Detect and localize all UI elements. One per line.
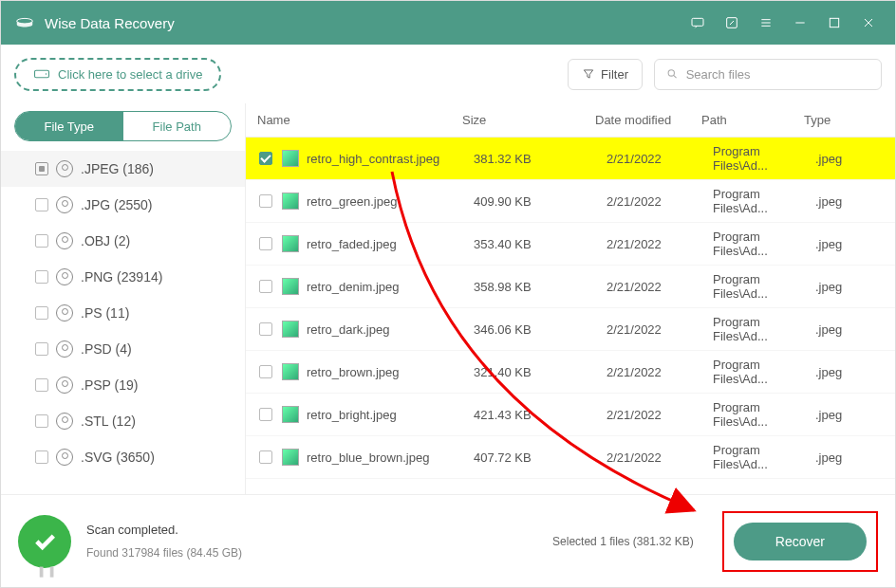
file-date: 2/21/2022	[607, 408, 713, 422]
checkbox[interactable]	[259, 365, 272, 378]
file-type: .jpeg	[815, 408, 895, 422]
file-name: retro_green.jpeg	[307, 194, 474, 209]
file-row[interactable]: retro_green.jpeg 409.90 KB 2/21/2022 Pro…	[246, 180, 895, 223]
search-icon	[666, 67, 679, 81]
title-bar: Wise Data Recovery	[1, 1, 895, 45]
sidebar-type-item[interactable]: .PSD (4)	[1, 331, 245, 367]
scan-summary: Found 317984 files (84.45 GB)	[86, 546, 242, 560]
main-area: File Type File Path .JPEG (186) .JPG (25…	[1, 103, 895, 494]
checkbox[interactable]	[35, 234, 48, 248]
tab-file-path[interactable]: File Path	[123, 112, 232, 140]
file-type: .jpeg	[815, 237, 895, 251]
close-icon[interactable]	[855, 9, 882, 36]
checkbox[interactable]	[35, 306, 48, 320]
type-label: .JPG (2550)	[81, 197, 152, 212]
menu-icon[interactable]	[753, 9, 779, 36]
footer: ❚❚ Scan completed. Found 317984 files (8…	[1, 494, 895, 587]
image-file-icon	[282, 193, 299, 210]
file-path: Program Files\Ad...	[713, 144, 815, 173]
checkbox[interactable]	[259, 152, 272, 165]
file-path: Program Files\Ad...	[713, 187, 815, 215]
svg-point-0	[17, 18, 33, 24]
sidebar-type-item[interactable]: .JPG (2550)	[1, 187, 245, 223]
type-label: .PNG (23914)	[81, 269, 162, 285]
sidebar-type-item[interactable]: .SVG (3650)	[1, 439, 245, 475]
col-header-size[interactable]: Size	[462, 113, 595, 127]
sidebar-type-item[interactable]: .PSP (19)	[1, 367, 245, 403]
checkbox[interactable]	[35, 450, 48, 464]
feedback-icon[interactable]	[684, 9, 711, 36]
type-label: .JPEG (186)	[81, 161, 154, 176]
type-label: .PSP (19)	[81, 377, 138, 393]
sidebar-type-item[interactable]: .OBJ (2)	[1, 223, 245, 259]
filetype-icon	[56, 232, 73, 249]
selection-info: Selected 1 files (381.32 KB)	[552, 535, 694, 548]
scan-status: Scan completed.	[86, 523, 242, 537]
checkbox[interactable]	[35, 342, 48, 356]
filetype-icon	[56, 196, 73, 213]
file-size: 321.40 KB	[474, 365, 607, 379]
col-header-path[interactable]: Path	[701, 113, 804, 127]
sidebar-type-item[interactable]: .JPEG (186)	[1, 151, 245, 187]
type-label: .OBJ (2)	[81, 233, 130, 248]
file-area: Name Size Date modified Path Type retro_…	[246, 103, 895, 494]
type-label: .PS (11)	[81, 305, 129, 321]
file-name: retro_bright.jpeg	[307, 408, 474, 422]
search-box[interactable]	[654, 59, 882, 90]
file-row[interactable]: retro_high_contrast.jpeg 381.32 KB 2/21/…	[246, 138, 895, 180]
sidebar-type-item[interactable]: .STL (12)	[1, 403, 245, 439]
checkbox[interactable]	[259, 237, 272, 250]
filter-icon	[582, 67, 595, 81]
sidebar-tab-toggle: File Type File Path	[14, 111, 232, 141]
sidebar-type-item[interactable]: .PNG (23914)	[1, 259, 245, 295]
checkbox[interactable]	[259, 194, 272, 208]
col-header-type[interactable]: Type	[804, 113, 895, 127]
file-row[interactable]: retro_brown.jpeg 321.40 KB 2/21/2022 Pro…	[246, 351, 895, 394]
file-row[interactable]: retro_blue_brown.jpeg 407.72 KB 2/21/202…	[246, 436, 895, 479]
checkbox[interactable]	[35, 414, 48, 428]
checkbox[interactable]	[35, 162, 48, 175]
col-header-name[interactable]: Name	[246, 113, 462, 127]
checkbox[interactable]	[35, 378, 48, 392]
recover-button[interactable]: Recover	[734, 523, 867, 560]
file-row[interactable]: retro_bright.jpeg 421.43 KB 2/21/2022 Pr…	[246, 394, 895, 436]
checkbox[interactable]	[259, 450, 272, 464]
filter-button[interactable]: Filter	[568, 59, 643, 90]
maximize-icon[interactable]	[821, 9, 848, 36]
checkbox[interactable]	[259, 280, 272, 293]
file-name: retro_brown.jpeg	[307, 365, 474, 379]
file-name: retro_denim.jpeg	[307, 280, 474, 294]
filetype-icon	[56, 449, 73, 466]
filter-label: Filter	[601, 67, 628, 82]
file-size: 421.43 KB	[474, 408, 607, 422]
filetype-icon	[56, 268, 73, 285]
image-file-icon	[282, 278, 299, 295]
image-file-icon	[282, 235, 299, 252]
scan-info: Scan completed. Found 317984 files (84.4…	[86, 523, 242, 560]
col-header-date[interactable]: Date modified	[595, 113, 701, 127]
checkbox[interactable]	[35, 270, 48, 284]
select-drive-button[interactable]: Click here to select a drive	[14, 58, 221, 91]
file-date: 2/21/2022	[607, 280, 713, 294]
select-drive-label: Click here to select a drive	[58, 67, 202, 82]
minimize-icon[interactable]	[787, 9, 813, 36]
file-row[interactable]: retro_denim.jpeg 358.98 KB 2/21/2022 Pro…	[246, 266, 895, 308]
file-table-header: Name Size Date modified Path Type	[246, 103, 895, 138]
tab-file-type[interactable]: File Type	[15, 112, 123, 140]
drive-icon	[33, 67, 50, 81]
file-name: retro_blue_brown.jpeg	[307, 450, 474, 465]
edit-icon[interactable]	[719, 9, 745, 36]
file-path: Program Files\Ad...	[713, 272, 815, 301]
file-date: 2/21/2022	[607, 322, 713, 337]
checkbox[interactable]	[35, 198, 48, 211]
file-row[interactable]: retro_dark.jpeg 346.06 KB 2/21/2022 Prog…	[246, 308, 895, 351]
sidebar-type-item[interactable]: .PS (11)	[1, 295, 245, 331]
type-label: .PSD (4)	[81, 341, 132, 357]
filetype-icon	[56, 340, 73, 358]
file-row[interactable]: retro_faded.jpeg 353.40 KB 2/21/2022 Pro…	[246, 223, 895, 266]
checkbox[interactable]	[259, 408, 272, 421]
search-input[interactable]	[686, 67, 869, 82]
pause-icon[interactable]: ❚❚	[37, 565, 58, 578]
checkbox[interactable]	[259, 322, 272, 336]
image-file-icon	[282, 406, 299, 423]
